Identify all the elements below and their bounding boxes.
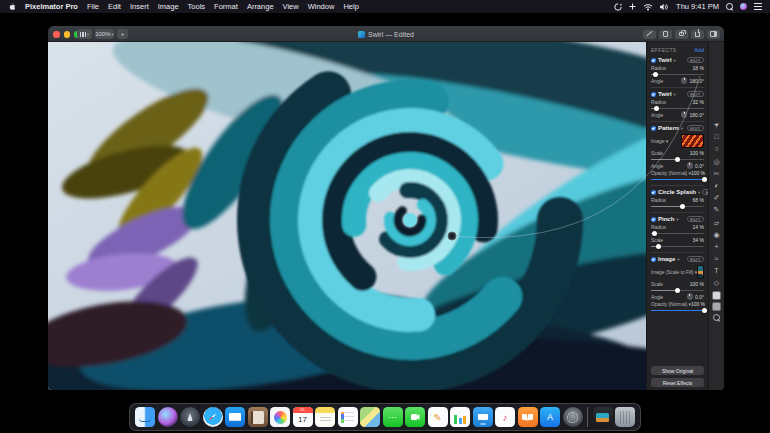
type-tool-icon[interactable]: T: [712, 266, 721, 275]
close-button[interactable]: [53, 31, 60, 38]
dock-icon-books[interactable]: [518, 407, 538, 427]
add-effect-button[interactable]: Add: [694, 47, 704, 53]
dock-icon-prefs[interactable]: [563, 407, 583, 427]
dock-icon-trash[interactable]: [615, 407, 635, 427]
duplicate-toolbar-button[interactable]: [659, 30, 672, 39]
effect-enabled-checkbox[interactable]: [651, 190, 656, 195]
menu-insert[interactable]: Insert: [130, 2, 149, 11]
angle-dial[interactable]: [681, 111, 688, 118]
dock-icon-launchpad[interactable]: [180, 407, 200, 427]
arrange-tool-icon[interactable]: ➤: [710, 118, 723, 131]
share-toolbar-button[interactable]: [691, 30, 704, 39]
param-slider[interactable]: [651, 230, 704, 236]
menu-window[interactable]: Window: [308, 2, 335, 11]
dock-icon-pages[interactable]: ✎: [428, 407, 448, 427]
pencil-tool-icon[interactable]: ✎: [712, 205, 721, 214]
erase-tool-icon[interactable]: ▱: [712, 218, 721, 227]
param-slider[interactable]: [651, 203, 704, 209]
wifi-icon[interactable]: [643, 3, 653, 11]
window-titlebar[interactable]: ▾ 100%▾ + Swirl — Edited: [48, 26, 724, 42]
dock-icon-calendar[interactable]: JUL17: [293, 407, 313, 427]
spotlight-icon[interactable]: [726, 3, 733, 10]
slider-thumb[interactable]: [702, 177, 707, 182]
effect-image-thumbnail[interactable]: [697, 265, 704, 279]
menu-tools[interactable]: Tools: [188, 2, 206, 11]
effect-enabled-checkbox[interactable]: [651, 126, 656, 131]
sidebar-toggle-button[interactable]: [707, 30, 720, 39]
effect-edit-button[interactable]: EDIT: [687, 256, 704, 262]
effect-name[interactable]: Twirl: [658, 91, 672, 97]
dock-icon-maps[interactable]: [360, 407, 380, 427]
brush-tool-icon[interactable]: ✐: [712, 193, 721, 202]
effect-edit-button[interactable]: EDIT: [687, 57, 704, 63]
effect-edit-button[interactable]: EDIT: [687, 125, 704, 131]
color-swatch-primary[interactable]: [712, 291, 721, 300]
dock-icon-finder[interactable]: [135, 407, 155, 427]
effect-name[interactable]: Circle Splash: [658, 189, 696, 195]
effect-image-thumbnail[interactable]: [681, 134, 704, 148]
menu-arrange[interactable]: Arrange: [247, 2, 274, 11]
quick-select-tool-icon[interactable]: ◎: [712, 157, 721, 166]
select-tool-icon[interactable]: □: [712, 132, 721, 141]
dock-icon-pixelmator[interactable]: [593, 407, 613, 427]
effect-edit-button[interactable]: EDIT: [687, 91, 704, 97]
slider-thumb[interactable]: [675, 157, 680, 162]
dock-icon-messages[interactable]: [383, 407, 403, 427]
menu-edit[interactable]: Edit: [108, 2, 121, 11]
warp-tool-icon[interactable]: ≈: [712, 254, 721, 263]
reset-effects-button[interactable]: Reset Effects: [651, 378, 704, 387]
add-tab-button[interactable]: +: [117, 29, 128, 39]
slider-thumb[interactable]: [680, 204, 685, 209]
dock-icon-keynote[interactable]: [473, 407, 493, 427]
document-proxy-icon[interactable]: [358, 31, 365, 38]
slider-thumb[interactable]: [702, 308, 707, 313]
effect-enabled-checkbox[interactable]: [651, 217, 656, 222]
siri-icon[interactable]: [740, 3, 747, 10]
menu-file[interactable]: File: [87, 2, 99, 11]
param-slider[interactable]: [651, 71, 704, 77]
shape-tool-icon[interactable]: ◇: [712, 278, 721, 287]
dock-icon-photos[interactable]: [270, 407, 290, 427]
param-slider[interactable]: [651, 243, 704, 249]
effect-name[interactable]: Pattern: [658, 125, 679, 131]
angle-dial[interactable]: [687, 162, 694, 169]
menu-clock[interactable]: Thu 9:41 PM: [676, 2, 719, 11]
effect-name[interactable]: Pinch: [658, 216, 674, 222]
view-options-button[interactable]: ▾: [77, 29, 92, 39]
dock-icon-reminders[interactable]: [338, 407, 358, 427]
effect-enabled-checkbox[interactable]: [651, 257, 656, 262]
color-swatch-secondary[interactable]: [712, 302, 721, 311]
lasso-tool-icon[interactable]: ○: [712, 144, 721, 153]
param-slider[interactable]: [651, 105, 704, 111]
menu-format[interactable]: Format: [214, 2, 238, 11]
dock-icon-contacts[interactable]: [248, 407, 268, 427]
canvas[interactable]: [48, 42, 646, 390]
slider-thumb[interactable]: [653, 72, 658, 77]
crop-tool-icon[interactable]: ✂: [712, 169, 721, 178]
effect-name[interactable]: Image: [658, 256, 675, 262]
param-slider[interactable]: [651, 176, 704, 182]
retouch-toolbar-button[interactable]: [643, 30, 656, 39]
dock-icon-numbers[interactable]: [450, 407, 470, 427]
dock-icon-siri[interactable]: [158, 407, 178, 427]
slider-thumb[interactable]: [654, 106, 659, 111]
zoom-tool-icon[interactable]: [713, 314, 721, 322]
effect-name[interactable]: Twirl: [658, 57, 672, 63]
menu-help[interactable]: Help: [343, 2, 358, 11]
menu-image[interactable]: Image: [158, 2, 179, 11]
angle-dial[interactable]: [681, 77, 688, 84]
slider-thumb[interactable]: [652, 231, 657, 236]
param-slider[interactable]: [651, 287, 704, 293]
show-original-button[interactable]: Show Original: [651, 366, 704, 375]
angle-dial[interactable]: [687, 293, 694, 300]
slider-thumb[interactable]: [656, 244, 661, 249]
volume-icon[interactable]: [660, 3, 669, 11]
color-adjust-tool-icon[interactable]: ◐: [712, 181, 721, 190]
dock-icon-music[interactable]: ♪: [495, 407, 515, 427]
dock-icon-facetime[interactable]: [405, 407, 425, 427]
effect-enabled-checkbox[interactable]: [651, 58, 656, 63]
dock-icon-notes[interactable]: [315, 407, 335, 427]
param-slider[interactable]: [651, 156, 704, 162]
apple-menu-icon[interactable]: [8, 2, 16, 11]
sync-status-icon[interactable]: [614, 3, 622, 11]
